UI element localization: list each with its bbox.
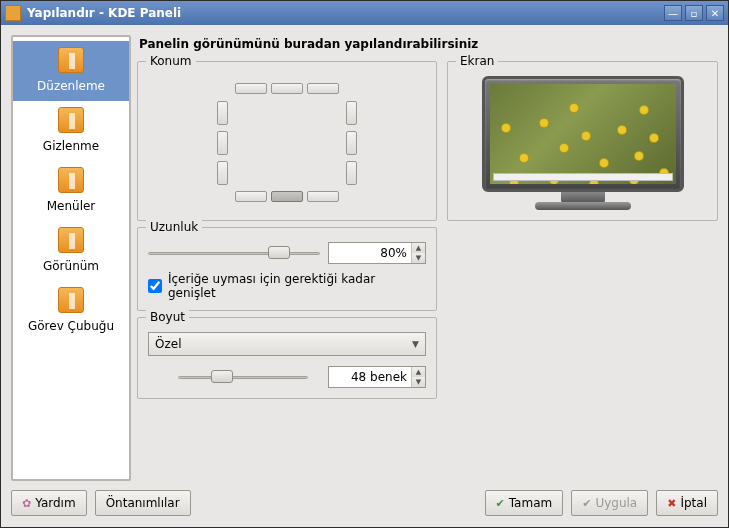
size-combobox[interactable]: Özel ▼ (148, 332, 426, 356)
arrangement-icon (58, 47, 84, 73)
ok-button[interactable]: ✔ Tamam (485, 490, 564, 516)
maximize-button[interactable]: ▫ (685, 5, 703, 21)
position-left-top[interactable] (217, 101, 228, 125)
page-heading: Panelin görünümünü buradan yapılandırabi… (139, 37, 718, 51)
titlebar: Yapılandır - KDE Paneli — ▫ ✕ (1, 1, 728, 25)
size-group: Boyut Özel ▼ ▲ ▼ (137, 317, 437, 399)
app-icon (5, 5, 21, 21)
panel-preview-bar (493, 173, 673, 181)
top-row: Konum (137, 61, 718, 221)
length-spinbox[interactable]: ▲ ▼ (328, 242, 426, 264)
chevron-down-icon: ▼ (412, 339, 419, 349)
check-icon: ✔ (582, 497, 591, 510)
length-slider-row: ▲ ▼ (148, 242, 426, 264)
screen-legend: Ekran (456, 54, 498, 68)
sidebar-item-label: Gizlenme (43, 139, 99, 153)
sidebar: Düzenleme Gizlenme Menüler Görünüm Görev… (11, 35, 131, 481)
sidebar-item-label: Görünüm (43, 259, 99, 273)
sidebar-item-menus[interactable]: Menüler (13, 161, 129, 221)
position-right-top[interactable] (346, 101, 357, 125)
position-top-center[interactable] (271, 83, 303, 94)
spin-down[interactable]: ▼ (412, 253, 425, 263)
size-legend: Boyut (146, 310, 189, 324)
monitor-frame (482, 76, 684, 192)
size-combo-value: Özel (155, 337, 181, 351)
sidebar-item-label: Düzenleme (37, 79, 105, 93)
length-group: Uzunluk ▲ ▼ İçe (137, 227, 437, 311)
position-legend: Konum (146, 54, 196, 68)
check-icon: ✔ (496, 497, 505, 510)
cancel-icon: ✖ (667, 497, 676, 510)
monitor-screen (490, 84, 676, 184)
main-panel: Panelin görünümünü buradan yapılandırabi… (137, 35, 718, 481)
window-title: Yapılandır - KDE Paneli (27, 6, 661, 20)
menus-icon (58, 167, 84, 193)
monitor-base (535, 202, 631, 210)
length-spin-input[interactable] (329, 246, 411, 260)
appearance-icon (58, 227, 84, 253)
spin-up[interactable]: ▲ (412, 367, 425, 377)
defaults-button-label: Öntanımlılar (106, 496, 180, 510)
position-bottom-left[interactable] (235, 191, 267, 202)
size-slider-row: ▲ ▼ (148, 366, 426, 388)
expand-checkbox[interactable] (148, 279, 162, 293)
spin-arrows: ▲ ▼ (411, 367, 425, 387)
spin-up[interactable]: ▲ (412, 243, 425, 253)
position-group: Konum (137, 61, 437, 221)
position-top-left[interactable] (235, 83, 267, 94)
spin-down[interactable]: ▼ (412, 377, 425, 387)
sidebar-item-taskbar[interactable]: Görev Çubuğu (13, 281, 129, 341)
hiding-icon (58, 107, 84, 133)
sidebar-item-label: Görev Çubuğu (28, 319, 114, 333)
content-area: Düzenleme Gizlenme Menüler Görünüm Görev… (1, 25, 728, 487)
size-spin-input[interactable] (329, 370, 411, 384)
config-window: Yapılandır - KDE Paneli — ▫ ✕ Düzenleme … (0, 0, 729, 528)
spin-arrows: ▲ ▼ (411, 243, 425, 263)
sidebar-item-appearance[interactable]: Görünüm (13, 221, 129, 281)
screen-group: Ekran (447, 61, 718, 221)
expand-checkbox-row: İçeriğe uyması için gerektiği kadar geni… (148, 272, 426, 300)
position-left-bottom[interactable] (217, 161, 228, 185)
size-slider[interactable] (178, 367, 308, 387)
position-bottom-right[interactable] (307, 191, 339, 202)
help-icon: ✿ (22, 497, 31, 510)
sidebar-item-label: Menüler (47, 199, 96, 213)
length-slider[interactable] (148, 243, 320, 263)
minimize-button[interactable]: — (664, 5, 682, 21)
position-right-middle[interactable] (346, 131, 357, 155)
apply-button[interactable]: ✔ Uygula (571, 490, 648, 516)
cancel-button-label: İptal (680, 496, 707, 510)
size-spinbox[interactable]: ▲ ▼ (328, 366, 426, 388)
position-bottom-center[interactable] (271, 191, 303, 202)
position-right-bottom[interactable] (346, 161, 357, 185)
button-bar: ✿ Yardım Öntanımlılar ✔ Tamam ✔ Uygula ✖… (1, 487, 728, 527)
sidebar-item-hiding[interactable]: Gizlenme (13, 101, 129, 161)
apply-button-label: Uygula (595, 496, 637, 510)
cancel-button[interactable]: ✖ İptal (656, 490, 718, 516)
length-legend: Uzunluk (146, 220, 202, 234)
close-button[interactable]: ✕ (706, 5, 724, 21)
sidebar-item-arrangement[interactable]: Düzenleme (13, 41, 129, 101)
position-grid (212, 83, 362, 203)
ok-button-label: Tamam (509, 496, 552, 510)
defaults-button[interactable]: Öntanımlılar (95, 490, 191, 516)
help-button-label: Yardım (35, 496, 75, 510)
position-left-middle[interactable] (217, 131, 228, 155)
help-button[interactable]: ✿ Yardım (11, 490, 87, 516)
taskbar-icon (58, 287, 84, 313)
position-top-right[interactable] (307, 83, 339, 94)
expand-checkbox-label: İçeriğe uyması için gerektiği kadar geni… (168, 272, 426, 300)
monitor-preview (458, 76, 707, 210)
